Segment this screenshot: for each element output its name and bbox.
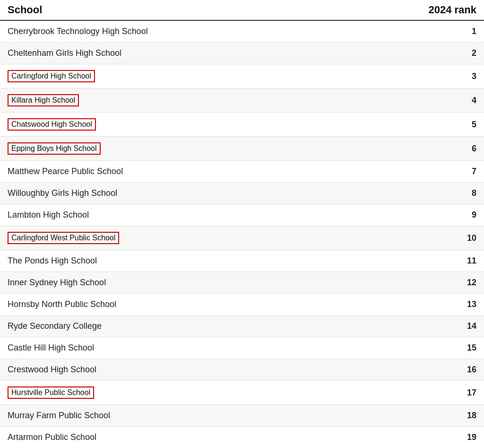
school-column-header: School (8, 4, 42, 16)
table-row: Carlingford High School3 (0, 64, 484, 88)
rank-number: 6 (458, 144, 476, 154)
rank-number: 10 (458, 233, 476, 243)
table-row: Hurstville Public School17 (0, 381, 484, 405)
rank-number: 13 (458, 299, 476, 309)
school-name: Hornsby North Public School (8, 299, 116, 309)
rank-number: 8 (458, 188, 476, 198)
table-row: Carlingford West Public School10 (0, 226, 484, 250)
school-name: Artarmon Public School (8, 432, 96, 442)
rank-number: 14 (458, 321, 476, 331)
school-name: Carlingford West Public School (8, 232, 119, 244)
table-row: Lambton High School9 (0, 204, 484, 226)
rank-number: 12 (458, 278, 476, 288)
rank-number: 3 (458, 71, 476, 81)
rank-number: 11 (458, 256, 476, 266)
table-row: Matthew Pearce Public School7 (0, 161, 484, 183)
school-name: Crestwood High School (8, 365, 96, 375)
rank-number: 17 (458, 388, 476, 398)
school-name: Cheltenham Girls High School (8, 48, 121, 58)
school-name: Murray Farm Public School (8, 411, 110, 421)
rank-number: 15 (458, 343, 476, 353)
table-row: Willoughby Girls High School8 (0, 183, 484, 204)
rank-number: 4 (458, 96, 476, 105)
school-name: Willoughby Girls High School (8, 188, 117, 198)
rank-number: 5 (458, 120, 476, 130)
table-row: Chatswood High School5 (0, 113, 484, 137)
table-row: The Ponds High School11 (0, 250, 484, 272)
table-header: School 2024 rank (0, 0, 484, 21)
table-row: Artarmon Public School19 (0, 427, 484, 448)
table-row: Castle Hill High School15 (0, 337, 484, 359)
table-row: Cherrybrook Technology High School1 (0, 21, 484, 43)
rank-number: 18 (458, 411, 476, 421)
rank-number: 19 (458, 432, 476, 442)
school-name: The Ponds High School (8, 256, 97, 266)
rank-number: 16 (458, 365, 476, 375)
school-name: Killara High School (8, 94, 79, 106)
table-body: Cherrybrook Technology High School1Chelt… (0, 21, 484, 448)
table-row: Hornsby North Public School13 (0, 294, 484, 316)
table-row: Killara High School4 (0, 88, 484, 113)
school-name: Carlingford High School (8, 70, 95, 82)
table-row: Ryde Secondary College14 (0, 316, 484, 337)
table-row: Cheltenham Girls High School2 (0, 43, 484, 64)
school-name: Matthew Pearce Public School (8, 167, 123, 176)
school-name: Castle Hill High School (8, 343, 94, 353)
ranking-table: School 2024 rank Cherrybrook Technology … (0, 0, 484, 448)
rank-column-header: 2024 rank (428, 4, 476, 16)
school-name: Epping Boys High School (8, 142, 101, 155)
rank-number: 7 (458, 167, 476, 176)
school-name: Lambton High School (8, 210, 89, 220)
rank-number: 1 (458, 26, 476, 36)
table-row: Inner Sydney High School12 (0, 272, 484, 294)
school-name: Cherrybrook Technology High School (8, 26, 148, 36)
rank-number: 9 (458, 210, 476, 220)
school-name: Chatswood High School (8, 118, 96, 131)
rank-number: 2 (458, 48, 476, 58)
table-row: Epping Boys High School6 (0, 137, 484, 161)
school-name: Ryde Secondary College (8, 321, 102, 331)
table-row: Crestwood High School16 (0, 359, 484, 381)
school-name: Hurstville Public School (8, 387, 94, 399)
school-name: Inner Sydney High School (8, 278, 106, 288)
table-row: Murray Farm Public School18 (0, 405, 484, 427)
